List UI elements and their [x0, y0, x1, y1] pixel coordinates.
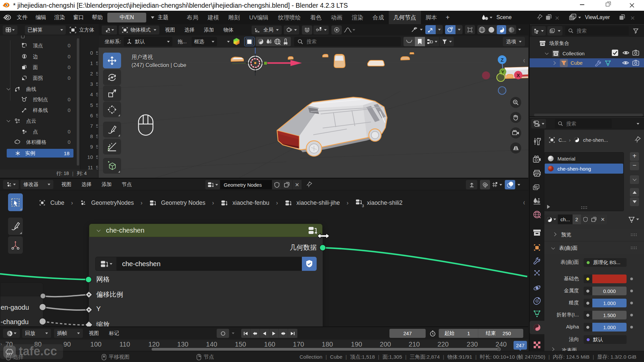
svg-text:X: X — [517, 72, 520, 78]
svg-text:Z: Z — [500, 57, 503, 63]
